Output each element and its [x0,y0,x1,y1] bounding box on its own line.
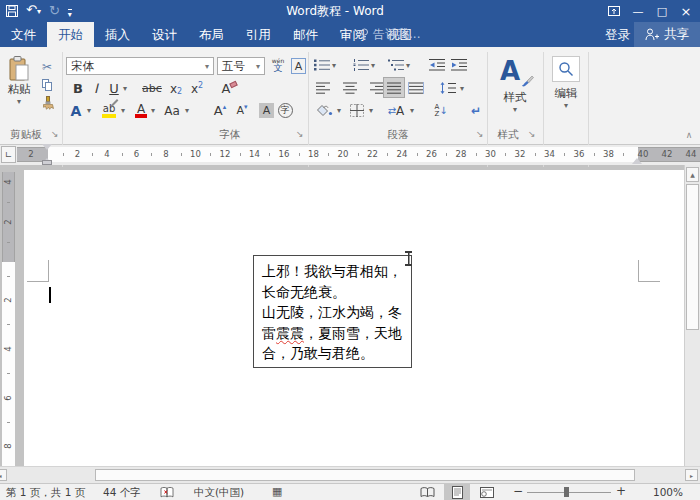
zoom-level[interactable]: 100% [653,486,683,498]
language-status[interactable]: 中文(中国) [194,486,244,500]
word-count[interactable]: 44 个字 [103,486,141,500]
paste-dropdown-icon[interactable]: ▾ [17,97,21,106]
share-button[interactable]: 共享 [634,22,700,47]
character-border-button[interactable]: A [290,57,307,75]
sign-in-button[interactable]: 登录 [605,22,630,47]
vertical-scrollbar-thumb[interactable] [686,184,699,330]
font-color-dropdown-icon[interactable]: ▾ [149,101,157,120]
zoom-slider-track[interactable] [527,492,611,493]
chevron-down-icon[interactable]: ▾ [256,62,260,71]
superscript-button[interactable]: x2 [189,80,205,97]
multilevel-dropdown-icon[interactable]: ▾ [404,57,412,73]
close-button[interactable]: × [676,1,696,21]
tab-file[interactable]: 文件 [0,22,47,47]
font-size-combobox[interactable]: 五号 ▾ [217,57,265,75]
underline-dropdown-icon[interactable]: ▾ [121,80,129,97]
collapse-ribbon-button[interactable]: ∧ [682,129,696,141]
font-dialog-launcher[interactable]: ↘ [296,129,304,139]
web-layout-button[interactable] [474,484,500,500]
grow-font-button[interactable]: A▴ [212,101,228,120]
shrink-font-button[interactable]: A▾ [234,101,250,120]
asian-layout-dropdown-icon[interactable]: ▾ [408,101,416,120]
bullets-dropdown-icon[interactable]: ▾ [330,57,338,73]
cut-button[interactable]: ✂ [38,59,56,74]
borders-dropdown-icon[interactable]: ▾ [367,101,375,120]
print-layout-button[interactable] [444,484,470,500]
tab-insert[interactable]: 插入 [94,22,141,47]
phonetic-guide-button[interactable]: wén文 [268,56,288,75]
page-info[interactable]: 第 1 页，共 1 页 [6,486,85,500]
show-marks-button[interactable]: ↵ [468,101,484,120]
shading-button[interactable] [315,101,335,120]
editing-button[interactable]: 编辑 ▾ [547,56,585,122]
read-mode-button[interactable] [414,484,440,500]
line-spacing-button[interactable] [438,79,458,97]
line-spacing-dropdown-icon[interactable]: ▾ [458,79,466,97]
ribbon-display-options-button[interactable] [604,1,624,21]
tab-references[interactable]: 引用 [235,22,282,47]
underline-button[interactable]: U [108,80,120,97]
change-case-button[interactable]: Aa [162,101,182,120]
multilevel-list-button[interactable] [387,57,404,73]
italic-button[interactable]: I [91,80,101,97]
poem-text-box[interactable]: 上邪！我欲与君相知， 长命无绝衰。 山无陵，江水为竭，冬 雷震震，夏雨雪，天地 … [253,255,412,368]
zoom-out-button[interactable]: − [513,484,523,498]
undo-dropdown-icon[interactable]: ▾ [37,7,41,16]
scroll-right-button[interactable]: ▸ [685,469,698,481]
tab-design[interactable]: 设计 [141,22,188,47]
zoom-slider-thumb[interactable] [564,487,569,497]
numbering-button[interactable] [352,57,369,73]
decrease-indent-button[interactable] [428,57,446,73]
tab-selector-button[interactable]: ∟ [1,146,16,163]
subscript-button[interactable]: x2 [168,80,184,97]
distribute-button[interactable] [406,79,426,97]
tab-home[interactable]: 开始 [47,22,94,47]
paragraph-dialog-launcher[interactable]: ↘ [476,129,484,139]
font-color-button[interactable]: A [134,101,148,120]
zoom-in-button[interactable]: + [616,484,626,498]
tab-layout[interactable]: 布局 [188,22,235,47]
clipboard-dialog-launcher[interactable]: ↘ [51,129,59,139]
character-shading-button[interactable]: A [259,101,274,120]
macro-record-button[interactable]: ▦ [272,485,282,498]
customize-quick-access-button[interactable]: ▾ [68,9,72,20]
horizontal-scrollbar[interactable]: ◂ ▸ [0,466,700,483]
redo-button[interactable]: ↻ [49,0,60,22]
save-button[interactable] [6,5,18,17]
text-effects-dropdown-icon[interactable]: ▾ [85,101,93,120]
scroll-up-button[interactable]: ▲ [686,167,699,182]
right-indent-marker[interactable] [632,153,642,164]
increase-indent-button[interactable] [450,57,468,73]
minimize-button[interactable]: — [628,1,648,21]
change-case-dropdown-icon[interactable]: ▾ [183,101,191,120]
bullets-button[interactable] [313,57,330,73]
left-indent-marker[interactable] [42,160,52,165]
shading-dropdown-icon[interactable]: ▾ [335,101,343,120]
format-painter-button[interactable] [38,95,56,110]
copy-button[interactable] [38,77,56,92]
clear-formatting-button[interactable]: A [215,80,237,97]
asian-layout-button[interactable]: ⇄ A [385,101,407,120]
scroll-left-button[interactable]: ◂ [0,469,7,481]
styles-button[interactable]: A 样式 ▾ [494,56,536,122]
borders-button[interactable] [347,101,367,120]
proofing-status-button[interactable] [160,487,174,498]
maximize-button[interactable]: □ [652,1,672,21]
bold-button[interactable]: B [71,80,85,97]
undo-button[interactable]: ↶▾ [26,0,41,23]
align-left-button[interactable] [313,79,333,97]
strikethrough-button[interactable]: abc [140,80,164,97]
tell-me-box[interactable]: 告诉我... [360,22,420,47]
styles-dialog-launcher[interactable]: ↘ [528,129,536,139]
font-name-combobox[interactable]: 宋体 ▾ [66,57,214,75]
sort-button[interactable]: AZ ↓ [432,101,450,120]
tab-mailings[interactable]: 邮件 [282,22,329,47]
numbering-dropdown-icon[interactable]: ▾ [369,57,377,73]
justify-button[interactable] [384,78,404,97]
paste-button[interactable]: 粘贴 ▾ [4,56,34,118]
chevron-down-icon[interactable]: ▾ [205,62,209,71]
vertical-scrollbar[interactable]: ▲ [684,165,700,466]
highlight-color-button[interactable]: ab [100,101,118,120]
text-effects-button[interactable]: A [68,101,84,120]
align-center-button[interactable] [340,79,360,97]
